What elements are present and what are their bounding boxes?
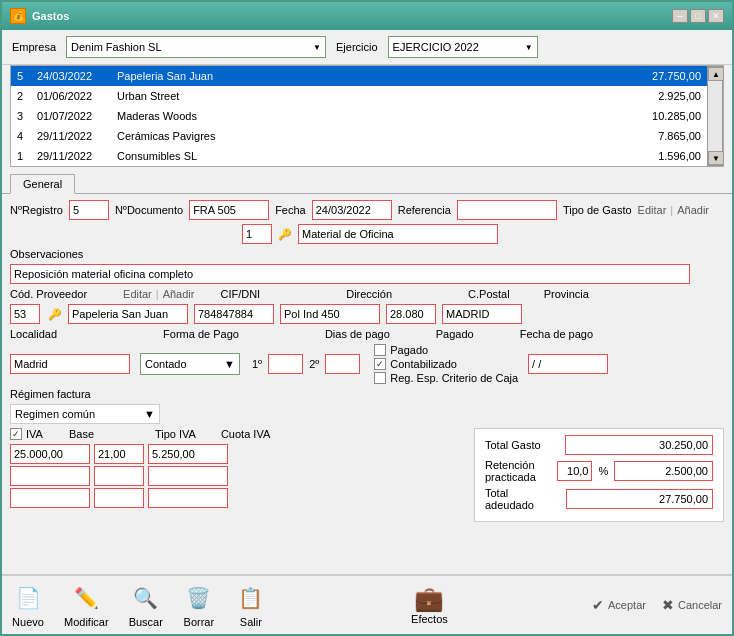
list-item[interactable]: 2 01/06/2022 Urban Street 2.925,00 bbox=[11, 86, 707, 106]
iva-row-1 bbox=[10, 444, 301, 464]
row-tipo-gasto-value: 🔑 bbox=[10, 224, 724, 244]
tipo-gasto-anadir-btn[interactable]: Añadir bbox=[677, 204, 709, 216]
referencia-label: Referencia bbox=[398, 204, 451, 216]
tipo-iva-input-3[interactable] bbox=[94, 488, 144, 508]
list-scrollbar[interactable]: ▲ ▼ bbox=[707, 66, 723, 166]
cod-proveedor-label: Cód. Proveedor bbox=[10, 288, 87, 300]
cif-label: CIF/DNI bbox=[220, 288, 260, 300]
dias-1-input[interactable] bbox=[268, 354, 303, 374]
iva-checkbox[interactable] bbox=[10, 428, 22, 440]
regimen-combo[interactable]: Regimen común ▼ bbox=[10, 404, 160, 424]
cod-proveedor-input[interactable] bbox=[10, 304, 40, 324]
proveedor-key-icon: 🔑 bbox=[48, 308, 62, 321]
referencia-input[interactable] bbox=[457, 200, 557, 220]
base-input-3[interactable] bbox=[10, 488, 90, 508]
aceptar-label: Aceptar bbox=[608, 599, 646, 611]
list-item[interactable]: 3 01/07/2022 Maderas Woods 10.285,00 bbox=[11, 106, 707, 126]
borrar-label: Borrar bbox=[184, 616, 215, 628]
list-item[interactable]: 4 29/11/2022 Cerámicas Pavigres 7.865,00 bbox=[11, 126, 707, 146]
observaciones-input[interactable] bbox=[10, 264, 690, 284]
modificar-button[interactable]: ✏️ Modificar bbox=[64, 582, 109, 628]
empresa-combo[interactable]: Denim Fashion SL ▼ bbox=[66, 36, 326, 58]
action-buttons: ✔ Aceptar ✖ Cancelar bbox=[592, 597, 722, 613]
close-button[interactable]: ✕ bbox=[708, 9, 724, 23]
scroll-down-button[interactable]: ▼ bbox=[708, 151, 724, 165]
retencion-pct-input[interactable] bbox=[557, 461, 592, 481]
aceptar-button[interactable]: ✔ Aceptar bbox=[592, 597, 646, 613]
tabs-area: General bbox=[2, 167, 732, 193]
buscar-icon: 🔍 bbox=[130, 582, 162, 614]
iva-label: IVA bbox=[26, 428, 43, 440]
retencion-value-input[interactable] bbox=[614, 461, 713, 481]
tipo-gasto-editar-btn[interactable]: Editar bbox=[638, 204, 667, 216]
tipo-iva-input-2[interactable] bbox=[94, 466, 144, 486]
expense-list-container: 5 24/03/2022 Papeleria San Juan 27.750,0… bbox=[10, 65, 724, 167]
tipo-iva-input-1[interactable] bbox=[94, 444, 144, 464]
nuevo-label: Nuevo bbox=[12, 616, 44, 628]
base-input-2[interactable] bbox=[10, 466, 90, 486]
ejercicio-combo[interactable]: EJERCICIO 2022 ▼ bbox=[388, 36, 538, 58]
contabilizado-checkbox[interactable] bbox=[374, 358, 386, 370]
buscar-label: Buscar bbox=[129, 616, 163, 628]
proveedor-editar-btn[interactable]: Editar bbox=[123, 288, 152, 300]
total-adeudado-input[interactable] bbox=[566, 489, 713, 509]
proveedor-anadir-btn[interactable]: Añadir bbox=[163, 288, 195, 300]
tipo-iva-col-label: Tipo IVA bbox=[155, 428, 215, 440]
borrar-icon: 🗑️ bbox=[183, 582, 215, 614]
tipo-gasto-desc-input[interactable] bbox=[298, 224, 498, 244]
salir-button[interactable]: 📋 Salir bbox=[235, 582, 267, 628]
regimen-label: Régimen factura bbox=[10, 388, 91, 400]
contabilizado-check-area: Contabilizado bbox=[374, 358, 518, 370]
window-controls: ─ □ ✕ bbox=[672, 9, 724, 23]
row-observaciones bbox=[10, 264, 724, 284]
fecha-pago-label: Fecha de pago bbox=[520, 328, 593, 340]
totals-box: Total Gasto Retención practicada % Total… bbox=[474, 428, 724, 522]
total-adeudado-row: Total adeudado bbox=[485, 487, 713, 511]
localidad-input[interactable] bbox=[10, 354, 130, 374]
row-registro: NºRegistro NºDocumento Fecha Referencia … bbox=[10, 200, 724, 220]
expense-list: 5 24/03/2022 Papeleria San Juan 27.750,0… bbox=[11, 66, 707, 166]
salir-icon: 📋 bbox=[235, 582, 267, 614]
direccion-input[interactable] bbox=[280, 304, 380, 324]
dias-2-input[interactable] bbox=[325, 354, 360, 374]
cpostal-input[interactable] bbox=[386, 304, 436, 324]
row-localidad-values: Contado ▼ 1º 2º Pagado Contabilizado Reg… bbox=[10, 344, 724, 384]
cancelar-button[interactable]: ✖ Cancelar bbox=[662, 597, 722, 613]
reg-esp-checkbox[interactable] bbox=[374, 372, 386, 384]
pagado-check-label: Pagado bbox=[390, 344, 428, 356]
cuota-iva-input-2[interactable] bbox=[148, 466, 228, 486]
row-regimen-label: Régimen factura bbox=[10, 388, 724, 400]
pagado-checkbox[interactable] bbox=[374, 344, 386, 356]
buscar-button[interactable]: 🔍 Buscar bbox=[129, 582, 163, 628]
efectos-label: Efectos bbox=[411, 613, 448, 625]
main-window: 💰 Gastos ─ □ ✕ Empresa Denim Fashion SL … bbox=[0, 0, 734, 636]
cuota-iva-input-3[interactable] bbox=[148, 488, 228, 508]
total-gasto-input[interactable] bbox=[565, 435, 713, 455]
bottom-bar: 📄 Nuevo ✏️ Modificar 🔍 Buscar 🗑️ Borrar … bbox=[2, 574, 732, 634]
restore-button[interactable]: □ bbox=[690, 9, 706, 23]
nuevo-button[interactable]: 📄 Nuevo bbox=[12, 582, 44, 628]
efectos-button[interactable]: 💼 Efectos bbox=[411, 585, 448, 625]
tab-general[interactable]: General bbox=[10, 174, 75, 194]
reg-esp-check-label: Reg. Esp. Criterio de Caja bbox=[390, 372, 518, 384]
tipo-gasto-num-input[interactable] bbox=[242, 224, 272, 244]
borrar-button[interactable]: 🗑️ Borrar bbox=[183, 582, 215, 628]
fecha-input[interactable] bbox=[312, 200, 392, 220]
proveedor-name-input[interactable] bbox=[68, 304, 188, 324]
ejercicio-arrow-icon: ▼ bbox=[525, 43, 533, 52]
row-proveedor-values: 🔑 bbox=[10, 304, 724, 324]
ndocumento-input[interactable] bbox=[189, 200, 269, 220]
scroll-up-button[interactable]: ▲ bbox=[708, 67, 724, 81]
minimize-button[interactable]: ─ bbox=[672, 9, 688, 23]
provincia-input[interactable] bbox=[442, 304, 522, 324]
list-item[interactable]: 5 24/03/2022 Papeleria San Juan 27.750,0… bbox=[11, 66, 707, 86]
nregistro-input[interactable] bbox=[69, 200, 109, 220]
cif-input[interactable] bbox=[194, 304, 274, 324]
forma-pago-combo[interactable]: Contado ▼ bbox=[140, 353, 240, 375]
base-input-1[interactable] bbox=[10, 444, 90, 464]
list-item[interactable]: 1 29/11/2022 Consumibles SL 1.596,00 bbox=[11, 146, 707, 166]
dias-2-label: 2º bbox=[309, 358, 319, 370]
cuota-iva-input-1[interactable] bbox=[148, 444, 228, 464]
modificar-label: Modificar bbox=[64, 616, 109, 628]
fecha-pago-input[interactable] bbox=[528, 354, 608, 374]
